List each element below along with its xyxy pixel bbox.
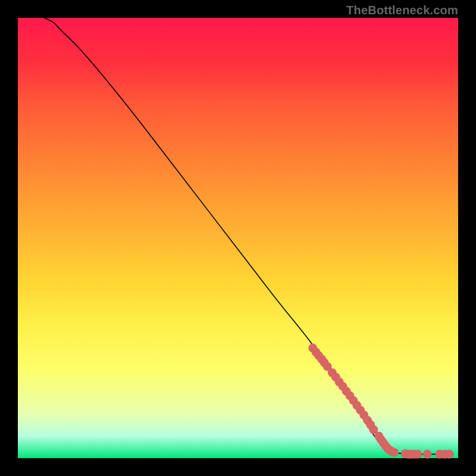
marker-group — [308, 344, 453, 459]
curve-line — [44, 18, 449, 454]
chart-frame: TheBottleneck.com — [0, 0, 476, 476]
marker-dot — [445, 450, 454, 459]
marker-dot — [423, 450, 432, 459]
plot-area — [18, 18, 458, 458]
marker-dot — [390, 448, 399, 457]
chart-svg — [18, 18, 458, 458]
marker-dot — [414, 450, 422, 459]
watermark-text: TheBottleneck.com — [346, 4, 458, 17]
